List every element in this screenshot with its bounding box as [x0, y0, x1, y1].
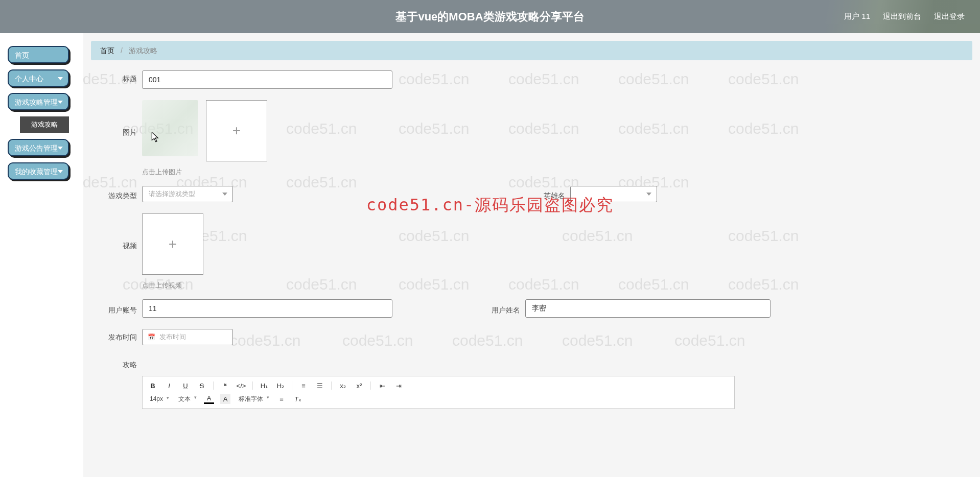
- publish-time-picker[interactable]: 📅 发布时间: [142, 329, 233, 345]
- nav-personal-center[interactable]: 个人中心: [8, 69, 69, 87]
- sidebar: 首页 个人中心 游戏攻略管理 游戏攻略 游戏公告管理 我的收藏管理: [0, 33, 83, 477]
- font-family-select[interactable]: 标准字体: [237, 394, 270, 404]
- nav-favorite-mgmt[interactable]: 我的收藏管理: [8, 162, 69, 180]
- publish-time-label: 发布时间: [106, 329, 137, 342]
- hero-name-select[interactable]: [570, 186, 657, 202]
- strike-icon[interactable]: S: [197, 380, 207, 391]
- list-unordered-icon[interactable]: ☰: [315, 380, 325, 391]
- editor-toolbar: B I U S ❝ </> H₁ H₂ ≡ ☰ x₂: [143, 376, 734, 409]
- username-input[interactable]: [525, 299, 771, 318]
- publish-time-placeholder: 发布时间: [159, 332, 186, 342]
- video-label: 视频: [106, 237, 137, 251]
- breadcrumb-home[interactable]: 首页: [100, 46, 114, 55]
- font-color-icon[interactable]: A: [204, 394, 214, 404]
- title-label: 标题: [106, 70, 137, 84]
- user-label[interactable]: 用户 11: [844, 12, 870, 21]
- h1-icon[interactable]: H₁: [259, 380, 269, 391]
- plus-icon: +: [169, 236, 177, 252]
- video-upload-box[interactable]: +: [142, 213, 203, 275]
- breadcrumb: 首页 / 游戏攻略: [91, 41, 972, 60]
- quote-icon[interactable]: ❝: [220, 380, 230, 391]
- indent-plus-icon[interactable]: ⇥: [393, 380, 404, 391]
- nav-home[interactable]: 首页: [8, 46, 69, 63]
- align-icon[interactable]: ≡: [276, 394, 287, 404]
- calendar-icon: 📅: [148, 333, 155, 341]
- exit-front-link[interactable]: 退出到前台: [883, 12, 921, 21]
- game-type-label: 游戏类型: [106, 187, 137, 201]
- clear-format-icon[interactable]: Tₓ: [293, 394, 303, 404]
- h2-icon[interactable]: H₂: [275, 380, 286, 391]
- account-input[interactable]: [142, 299, 392, 318]
- nav-sub-strategy[interactable]: 游戏攻略: [20, 116, 69, 133]
- bg-color-icon[interactable]: A: [220, 394, 230, 404]
- font-size-select[interactable]: 14px: [148, 395, 170, 403]
- breadcrumb-sep: /: [121, 46, 123, 55]
- font-type-select[interactable]: 文本: [176, 394, 198, 404]
- image-upload-box[interactable]: +: [206, 100, 267, 161]
- nav-notice-mgmt[interactable]: 游戏公告管理: [8, 139, 69, 156]
- breadcrumb-current: 游戏攻略: [129, 46, 157, 55]
- rich-editor[interactable]: B I U S ❝ </> H₁ H₂ ≡ ☰ x₂: [142, 376, 735, 409]
- indent-minus-icon[interactable]: ⇤: [377, 380, 387, 391]
- hero-name-label: 英雄名: [529, 187, 565, 201]
- title-input[interactable]: [142, 70, 392, 89]
- bold-icon[interactable]: B: [148, 380, 158, 391]
- video-upload-hint: 点击上传视频: [142, 281, 957, 290]
- logout-link[interactable]: 退出登录: [934, 12, 965, 21]
- nav-strategy-mgmt[interactable]: 游戏攻略管理: [8, 93, 69, 110]
- image-upload-hint: 点击上传图片: [142, 168, 957, 177]
- game-type-select[interactable]: 请选择游戏类型: [142, 186, 233, 202]
- form: 标题 图片 + 点击上传图片 游戏类型 请选择游戏类型 英雄名: [91, 60, 972, 419]
- image-preview[interactable]: [142, 100, 198, 156]
- app-title: 基于vue的MOBA类游戏攻略分享平台: [395, 9, 584, 25]
- underline-icon[interactable]: U: [180, 380, 191, 391]
- italic-icon[interactable]: I: [164, 380, 174, 391]
- code-icon[interactable]: </>: [236, 380, 246, 391]
- plus-icon: +: [232, 123, 241, 139]
- header: 基于vue的MOBA类游戏攻略分享平台 用户 11 退出到前台 退出登录: [0, 0, 980, 33]
- superscript-icon[interactable]: x²: [354, 380, 364, 391]
- image-label: 图片: [106, 124, 137, 137]
- subscript-icon[interactable]: x₂: [338, 380, 348, 391]
- username-label: 用户姓名: [484, 302, 520, 315]
- account-label: 用户账号: [106, 302, 137, 315]
- strategy-label: 攻略: [106, 356, 137, 370]
- main-content: 首页 / 游戏攻略 标题 图片 + 点击上传图片 游戏类型 请选择游戏类型: [83, 33, 980, 477]
- list-ordered-icon[interactable]: ≡: [298, 380, 309, 391]
